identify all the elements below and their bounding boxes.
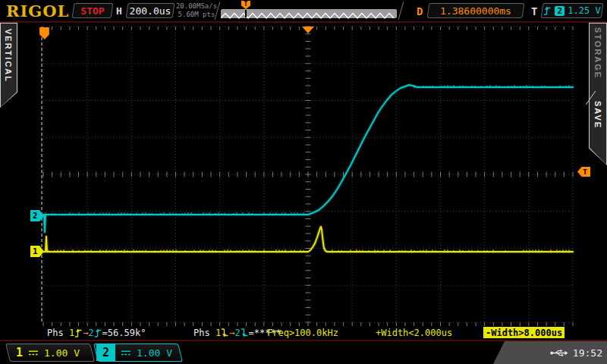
dest-channel: 2 <box>88 328 93 338</box>
ch1-status-box[interactable]: 1 1.00 V <box>5 344 95 362</box>
sample-rate: 20.00MSa/s <box>175 2 218 11</box>
trigger-position-marker[interactable] <box>302 27 314 33</box>
delay-value: 1.38600000ms <box>440 5 511 17</box>
dc-coupling-icon <box>28 350 39 356</box>
ch2-status-box[interactable]: 2 1.00 V <box>93 344 183 362</box>
memory-trigger-flag-icon: T <box>241 1 250 9</box>
dc-coupling-icon <box>121 350 131 356</box>
measurement-freq[interactable]: Freq>100.0kHz <box>267 327 338 338</box>
measurement-label: Phs <box>193 328 215 338</box>
trigger-settings-box[interactable]: 2 1.25 V <box>541 3 604 18</box>
ch1-number: 1 <box>16 346 23 359</box>
divider <box>398 2 404 19</box>
ch2-number: 2 <box>102 346 109 359</box>
status-area: 19:52 <box>493 341 607 364</box>
trigger-label: T <box>531 5 537 17</box>
memory-position-bar[interactable] <box>221 9 397 18</box>
measurement-neg-width-selected[interactable]: -Width>8.000us <box>483 327 565 338</box>
dest-channel: 2 <box>234 328 240 338</box>
delay-box[interactable]: 1.38600000ms <box>427 3 525 18</box>
bottom-separator <box>0 340 607 341</box>
measurement-phase-rise[interactable]: Phs 1→2=56.59k° <box>47 327 146 338</box>
ch2-volts-div: 1.00 V <box>137 347 172 359</box>
tab-storage-label: STORAGE <box>593 27 602 79</box>
delay-label: D <box>417 5 423 17</box>
tab-vertical-label: VERTICAL <box>4 29 13 83</box>
timebase-value: 200.0us <box>130 5 171 17</box>
top-separator <box>0 21 607 23</box>
bottom-status-bar: 1 1.00 V 2 1.00 V <box>0 341 607 364</box>
waveform-display <box>0 0 607 364</box>
measurement-row: Phs 1→2=56.59k° Phs 1→2=***** Freq>100.0… <box>0 327 607 339</box>
falling-edge-icon <box>222 328 228 337</box>
usb-icon <box>550 349 568 357</box>
trigger-source-badge: 2 <box>555 6 565 16</box>
measurement-pos-width[interactable]: +Width<2.000us <box>376 327 452 338</box>
rising-edge-icon <box>75 328 82 337</box>
rigol-logo: RIGOL <box>6 2 69 20</box>
memory-trigger-tick <box>245 10 247 17</box>
measurement-label: Phs <box>47 328 69 338</box>
rising-edge-icon <box>544 6 551 15</box>
tab-save-label: SAVE <box>593 101 602 129</box>
top-status-bar: RIGOL STOP H 200.0us 20.00MSa/s 5.60M pt… <box>0 0 607 21</box>
trigger-level-value: 1.25 V <box>568 5 600 16</box>
horizontal-label: H <box>116 5 122 17</box>
oscilloscope-screen: RIGOL STOP H 200.0us 20.00MSa/s 5.60M pt… <box>0 0 607 364</box>
source-channel: 1 <box>69 328 74 338</box>
source-channel: 1 <box>215 328 221 338</box>
timebase-box[interactable]: 200.0us <box>126 3 175 18</box>
arrow-icon: → <box>83 328 88 338</box>
memory-waveform-icon <box>221 11 397 20</box>
arrow-icon: → <box>229 328 234 338</box>
memory-depth: 5.60M pts <box>175 11 218 19</box>
falling-edge-icon <box>241 328 248 337</box>
trigger-offscreen-flag-icon[interactable] <box>39 27 50 40</box>
measurement-value: =56.59k° <box>102 328 146 338</box>
run-state-box[interactable]: STOP <box>72 3 114 18</box>
ch1-volts-div: 1.00 V <box>44 347 80 359</box>
tab-vertical-menu[interactable]: VERTICAL <box>0 23 17 108</box>
clock: 19:52 <box>573 347 602 359</box>
tab-storage-save-menu[interactable]: STORAGE SAVE <box>589 23 607 165</box>
rising-edge-icon <box>95 328 102 337</box>
acquisition-info: 20.00MSa/s 5.60M pts <box>175 2 218 19</box>
run-state-label: STOP <box>80 5 104 17</box>
